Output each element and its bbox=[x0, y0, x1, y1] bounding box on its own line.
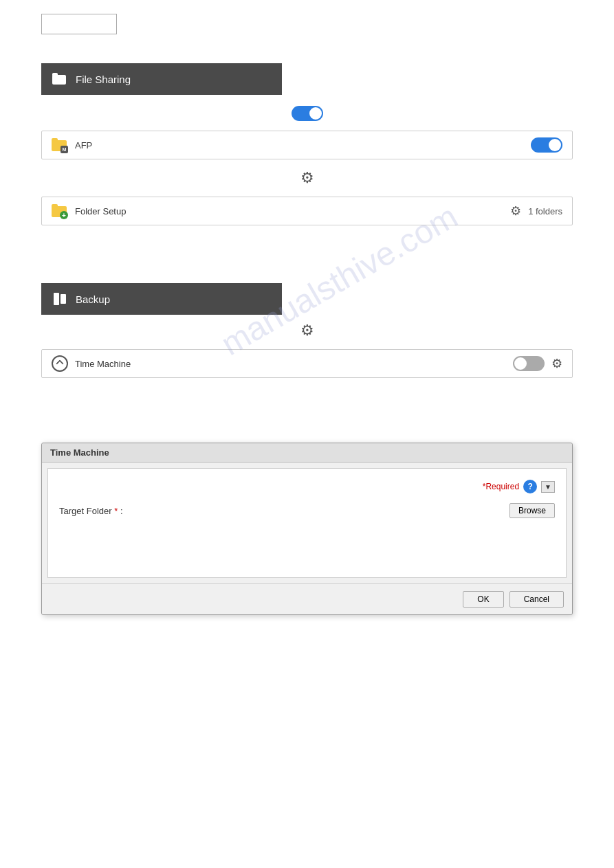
toggle-knob bbox=[549, 139, 561, 151]
time-machine-dialog: Time Machine *Required ? ▼ Target Folder… bbox=[41, 443, 573, 615]
target-folder-row: Target Folder * : Browse bbox=[59, 503, 555, 518]
afp-gear-row: ⚙ bbox=[41, 162, 573, 194]
backup-icon bbox=[52, 291, 67, 307]
toggle-knob bbox=[309, 107, 322, 120]
time-machine-toggle[interactable] bbox=[513, 356, 545, 371]
afp-row: M AFP bbox=[41, 131, 573, 159]
required-label: *Required bbox=[483, 482, 519, 491]
folder-count: 1 folders bbox=[528, 206, 562, 216]
tm-arrow bbox=[56, 359, 63, 367]
required-star: * bbox=[114, 506, 118, 516]
time-machine-dialog-overlay: Time Machine *Required ? ▼ Target Folder… bbox=[41, 443, 573, 615]
dialog-title: Time Machine bbox=[50, 447, 109, 458]
afp-gear-icon[interactable]: ⚙ bbox=[300, 169, 314, 187]
time-machine-icon bbox=[52, 355, 68, 372]
dialog-title-bar: Time Machine bbox=[42, 443, 572, 463]
file-sharing-header: File Sharing bbox=[41, 63, 282, 95]
toggle-knob bbox=[514, 357, 527, 370]
folder-setup-row: + Folder Setup ⚙ 1 folders bbox=[41, 197, 573, 225]
backup-gear-row: ⚙ bbox=[41, 315, 573, 346]
time-machine-row: Time Machine ⚙ bbox=[41, 349, 573, 378]
time-machine-label: Time Machine bbox=[75, 359, 506, 369]
time-machine-gear-icon[interactable]: ⚙ bbox=[551, 356, 562, 371]
afp-icon: M bbox=[52, 137, 68, 153]
top-button[interactable] bbox=[41, 14, 117, 34]
afp-toggle-container bbox=[531, 137, 562, 153]
browse-button[interactable]: Browse bbox=[509, 503, 555, 518]
folder-setup-gear-icon[interactable]: ⚙ bbox=[510, 203, 521, 219]
help-icon[interactable]: ? bbox=[523, 480, 537, 493]
afp-badge: M bbox=[61, 146, 68, 153]
file-sharing-main-toggle-row bbox=[41, 95, 573, 128]
time-machine-right: ⚙ bbox=[513, 356, 562, 371]
dialog-footer: OK Cancel bbox=[42, 583, 572, 614]
afp-label: AFP bbox=[75, 140, 524, 151]
backup-gear-icon[interactable]: ⚙ bbox=[300, 322, 314, 340]
file-sharing-icon bbox=[52, 71, 67, 87]
file-sharing-title: File Sharing bbox=[76, 74, 131, 85]
folder-plus-icon: + bbox=[60, 211, 68, 219]
folder-setup-right: ⚙ 1 folders bbox=[510, 203, 562, 219]
file-sharing-main-toggle[interactable] bbox=[292, 106, 323, 121]
folder-setup-icon: + bbox=[52, 203, 68, 219]
dialog-body: *Required ? ▼ Target Folder * : Browse bbox=[47, 468, 567, 578]
ok-button[interactable]: OK bbox=[463, 591, 503, 608]
help-dropdown[interactable]: ▼ bbox=[541, 481, 555, 493]
backup-header: Backup bbox=[41, 283, 282, 315]
cancel-button[interactable]: Cancel bbox=[509, 591, 564, 608]
backup-title: Backup bbox=[76, 293, 110, 305]
afp-toggle[interactable] bbox=[531, 137, 562, 153]
dialog-required-row: *Required ? ▼ bbox=[59, 480, 555, 493]
target-folder-label: Target Folder * : bbox=[59, 506, 123, 516]
folder-setup-label: Folder Setup bbox=[75, 206, 503, 216]
top-bar bbox=[0, 0, 614, 43]
